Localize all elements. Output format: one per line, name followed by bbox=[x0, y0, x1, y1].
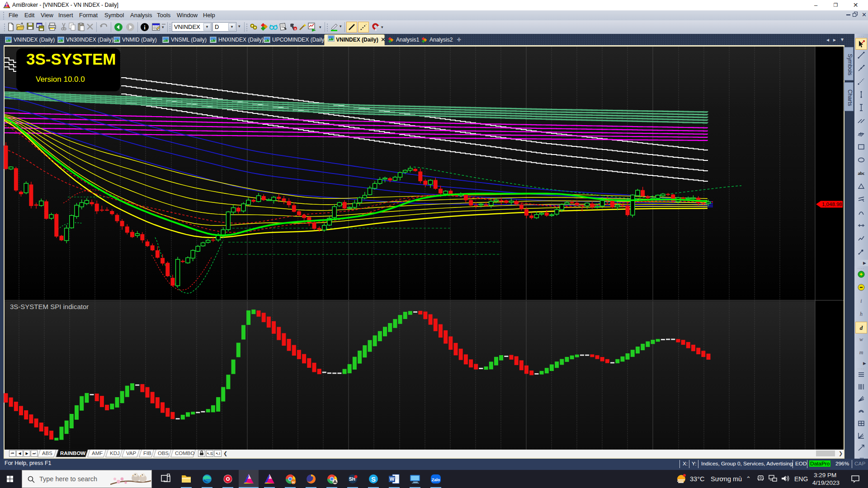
svg-text:m: m bbox=[859, 349, 863, 356]
svg-text:h: h bbox=[860, 311, 863, 317]
svg-text:3S-SYSTEM: 3S-SYSTEM bbox=[26, 50, 116, 68]
svg-text:3S-SYSTEM SPI indicator: 3S-SYSTEM SPI indicator bbox=[10, 303, 89, 310]
svg-text:1,048.98: 1,048.98 bbox=[822, 202, 842, 207]
svg-text:w: w bbox=[859, 336, 863, 343]
svg-text:i: i bbox=[860, 298, 862, 304]
svg-text:Zalo: Zalo bbox=[432, 478, 440, 482]
svg-text:S: S bbox=[371, 475, 376, 483]
svg-text:a: a bbox=[294, 27, 297, 31]
svg-text:H: H bbox=[292, 480, 295, 484]
svg-text:i: i bbox=[144, 24, 146, 31]
svg-text:Version 10.0.0: Version 10.0.0 bbox=[36, 75, 85, 84]
svg-text:d: d bbox=[860, 324, 863, 331]
svg-text:W: W bbox=[390, 476, 395, 482]
svg-text:SH: SH bbox=[349, 477, 355, 482]
svg-text:abc: abc bbox=[858, 171, 865, 176]
